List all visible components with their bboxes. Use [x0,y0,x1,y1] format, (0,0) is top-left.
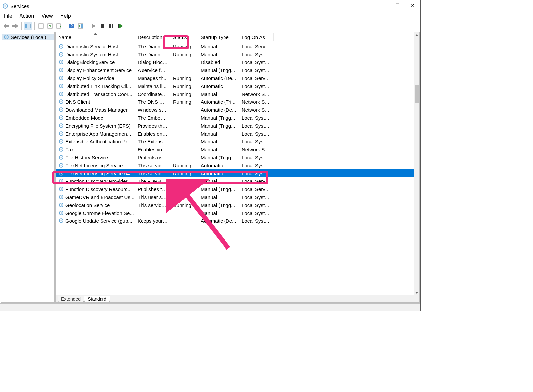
help-button[interactable]: ? [68,22,76,30]
service-startup-type: Manual [198,131,239,137]
service-name: Downloaded Maps Manager [65,107,128,113]
service-startup-type: Automatic (De... [198,75,239,81]
service-row[interactable]: Extensible Authentication Pr...The Exten… [56,137,419,145]
service-logon-as: Local System [239,52,274,57]
back-button[interactable] [2,22,10,30]
column-header-status[interactable]: Status [170,33,198,41]
service-status: Running [170,99,198,105]
gear-icon [58,178,64,184]
tree-services-local[interactable]: Services (Local) [2,34,54,40]
menu-file[interactable]: File [4,13,12,19]
column-header-name[interactable]: Name [56,33,135,41]
service-name: File History Service [65,155,108,160]
export-list-button[interactable] [55,22,63,30]
column-header-startup[interactable]: Startup Type [198,33,239,41]
service-status: Running [170,171,198,176]
service-row[interactable]: Downloaded Maps ManagerWindows ser...Aut… [56,106,419,114]
close-button[interactable]: ✕ [405,0,420,10]
gear-icon [58,123,64,129]
service-name: Distributed Link Tracking Cli... [65,83,131,89]
gear-icon [58,67,64,73]
service-row[interactable]: DialogBlockingServiceDialog Block...Disa… [56,58,419,66]
svg-point-34 [61,69,62,71]
service-name: Enterprise App Managemen... [65,131,131,137]
details-pane: Name Description Status Startup Type Log… [55,32,420,303]
service-name: Extensible Authentication Pr... [65,139,131,144]
minimize-button[interactable]: — [375,0,390,10]
column-header-logon[interactable]: Log On As [239,33,274,41]
service-row[interactable]: Enterprise App Managemen...Enables ente.… [56,130,419,137]
service-description: The DNS Cli... [135,99,170,105]
service-row[interactable]: Function Discovery Provider ...The FDPHO… [56,177,419,185]
menu-help[interactable]: Help [60,13,71,19]
service-row[interactable]: FaxEnables you ...ManualNetwork Se... [56,145,419,153]
service-logon-as: Local System [239,139,274,144]
properties-button[interactable] [37,22,45,30]
service-row[interactable]: Diagnostic System HostThe Diagnos...Runn… [56,50,419,58]
service-row[interactable]: Diagnostic Service HostThe Diagnos...Run… [56,42,419,50]
svg-text:?: ? [70,24,73,28]
svg-marker-73 [415,34,418,36]
menu-view[interactable]: View [41,13,53,19]
service-row[interactable]: FlexNet Licensing Service 64This service… [56,169,419,177]
service-list[interactable]: Diagnostic Service HostThe Diagnos...Run… [56,42,419,225]
service-row[interactable]: Google Chrome Elevation Se...ManualLocal… [56,209,419,217]
service-row[interactable]: Display Enhancement ServiceA service for… [56,66,419,74]
service-logon-as: Local System [239,131,274,137]
pause-service-button[interactable] [107,22,115,30]
service-row[interactable]: Display Policy ServiceManages th...Runni… [56,74,419,82]
service-status: Running [170,44,198,49]
start-service-button[interactable] [90,22,98,30]
show-hide-action-pane-button[interactable] [77,22,85,30]
service-description: The Diagnos... [135,44,170,49]
forward-button[interactable] [11,22,19,30]
service-row[interactable]: Distributed Transaction Coor...Coordinat… [56,90,419,98]
service-description: The FDPHOS... [135,178,170,184]
service-row[interactable]: GameDVR and Broadcast Us...This user ser… [56,193,419,201]
menu-action[interactable]: Action [20,13,34,19]
svg-point-30 [61,54,62,55]
service-logon-as: Local System [239,155,274,160]
service-logon-as: Local System [239,67,274,73]
service-status: Running [170,83,198,89]
service-row[interactable]: Distributed Link Tracking Cli...Maintain… [56,82,419,90]
service-startup-type: Automatic (De... [198,218,239,224]
svg-point-72 [61,220,62,221]
service-row[interactable]: Google Update Service (gup...Keeps your … [56,217,419,225]
service-description: Enables you ... [135,147,170,152]
service-row[interactable]: FlexNet Licensing ServiceThis service ..… [56,161,419,169]
service-name: Function Discovery Provider ... [65,178,133,184]
svg-point-68 [61,204,62,206]
scroll-down-button[interactable] [414,290,419,295]
gear-icon [58,51,64,57]
service-logon-as: Network Se... [239,99,274,105]
refresh-button[interactable] [46,22,54,30]
console-tree[interactable]: Services (Local) [1,32,55,303]
column-header-description[interactable]: Description [135,33,170,41]
service-name: FlexNet Licensing Service 64 [65,171,130,176]
app-icon [2,3,8,9]
svg-point-66 [61,196,62,198]
service-row[interactable]: Geolocation ServiceThis service ...Runni… [56,201,419,209]
svg-point-26 [6,36,7,38]
service-logon-as: Local Service [239,75,274,81]
service-row[interactable]: Function Discovery Resourc...Publishes t… [56,185,419,193]
service-description: Maintains li... [135,83,170,89]
scroll-up-button[interactable] [414,32,419,38]
service-row[interactable]: Embedded ModeThe Embedd...Manual (Trigg.… [56,114,419,122]
tab-extended[interactable]: Extended [58,296,84,302]
show-hide-console-tree-button[interactable] [24,22,32,30]
maximize-button[interactable]: ☐ [390,0,405,10]
svg-rect-21 [109,24,111,28]
stop-service-button[interactable] [99,22,106,30]
view-tabs: Extended Standard [56,295,419,302]
vertical-scrollbar[interactable] [414,32,419,295]
service-row[interactable]: Encrypting File System (EFS)Provides the… [56,122,419,130]
restart-service-button[interactable] [116,22,124,30]
service-row[interactable]: File History ServiceProtects user...Manu… [56,153,419,161]
tab-standard[interactable]: Standard [84,296,110,302]
svg-point-36 [61,77,62,79]
sort-asc-icon [94,33,97,35]
scroll-thumb[interactable] [415,85,419,103]
service-row[interactable]: DNS ClientThe DNS Cli...RunningAutomatic… [56,98,419,106]
